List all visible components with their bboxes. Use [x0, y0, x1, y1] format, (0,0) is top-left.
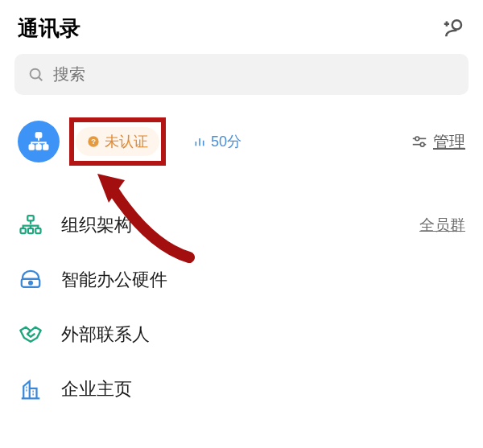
menu-label: 组织架构 — [61, 213, 419, 237]
svg-rect-19 — [35, 228, 40, 233]
org-tree-icon — [27, 129, 51, 154]
search-input[interactable] — [14, 54, 469, 95]
org-avatar[interactable] — [18, 121, 60, 162]
svg-rect-2 — [35, 133, 42, 138]
svg-rect-18 — [28, 228, 33, 233]
add-contact-icon — [441, 15, 465, 39]
manage-label: 管理 — [433, 131, 465, 153]
svg-line-1 — [39, 76, 42, 80]
svg-point-12 — [415, 137, 419, 141]
verify-badge[interactable]: ? 未认证 — [76, 127, 159, 156]
svg-rect-16 — [27, 216, 34, 220]
bar-chart-icon — [193, 135, 206, 148]
add-contact-button[interactable] — [441, 15, 465, 43]
highlight-box: ? 未认证 — [69, 117, 166, 166]
svg-point-21 — [29, 282, 32, 285]
hardware-icon — [19, 268, 43, 292]
verify-badge-label: 未认证 — [105, 132, 148, 151]
menu-label: 智能办公硬件 — [61, 268, 167, 292]
handshake-icon — [18, 322, 43, 347]
page-title: 通讯录 — [18, 14, 80, 43]
org-structure-icon — [19, 213, 43, 237]
menu-item-org-structure[interactable]: 组织架构 全员群 — [18, 198, 465, 253]
all-staff-group-link[interactable]: 全员群 — [419, 215, 465, 236]
score-pill[interactable]: 50分 — [182, 127, 253, 156]
menu-item-smart-hardware[interactable]: 智能办公硬件 — [18, 253, 465, 307]
building-icon — [19, 377, 43, 401]
menu-item-company-page[interactable]: 企业主页 — [18, 362, 465, 417]
svg-rect-17 — [21, 228, 26, 233]
menu-label: 企业主页 — [61, 377, 132, 401]
svg-point-0 — [31, 68, 40, 78]
svg-point-14 — [420, 142, 424, 146]
settings-slider-icon — [411, 133, 428, 150]
menu-item-external-contacts[interactable]: 外部联系人 — [18, 307, 465, 362]
search-icon — [27, 66, 45, 84]
score-label: 50分 — [211, 132, 242, 151]
svg-rect-3 — [29, 145, 34, 150]
search-field[interactable] — [53, 65, 456, 84]
svg-text:?: ? — [91, 138, 96, 146]
menu-label: 外部联系人 — [61, 323, 150, 347]
manage-link[interactable]: 管理 — [411, 131, 465, 153]
svg-rect-5 — [43, 145, 48, 150]
svg-rect-4 — [36, 145, 41, 150]
question-icon: ? — [87, 135, 100, 148]
